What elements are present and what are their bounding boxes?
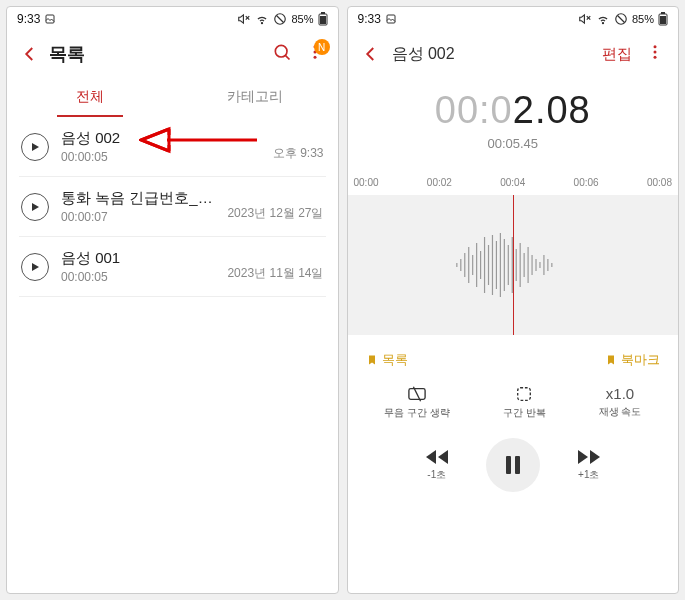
ruler-tick: 00:08 <box>647 177 672 188</box>
play-icon <box>30 142 40 152</box>
list-item[interactable]: 통화 녹음 긴급번호_231227_100723 00:00:07 2023년 … <box>19 177 326 237</box>
item-title: 음성 001 <box>61 249 215 268</box>
list-screen: 9:33 85% 목록 N 전체 카테고리 <box>6 6 339 594</box>
item-date: 2023년 11월 14일 <box>227 265 323 282</box>
tabs: 전체 카테고리 <box>7 77 338 117</box>
battery-icon <box>318 12 328 26</box>
rewind-label: -1초 <box>427 468 446 482</box>
svg-point-31 <box>654 51 657 54</box>
pause-button[interactable] <box>486 438 540 492</box>
bookmark-add-button[interactable]: 북마크 <box>605 351 660 369</box>
player-screen: 9:33 85% 음성 002 편집 00:02.08 00:05.45 00:… <box>347 6 680 594</box>
bookmark-list-button[interactable]: 목록 <box>366 351 408 369</box>
more-button[interactable]: N <box>306 43 324 65</box>
total-time: 00:05.45 <box>348 136 679 151</box>
forward-button[interactable]: +1초 <box>576 448 602 482</box>
item-date: 오후 9:33 <box>273 145 324 162</box>
status-time: 9:33 <box>17 12 40 26</box>
ruler-tick: 00:04 <box>500 177 525 188</box>
svg-marker-66 <box>590 450 600 464</box>
speed-value: x1.0 <box>606 385 634 402</box>
svg-marker-19 <box>32 203 39 211</box>
item-duration: 00:00:05 <box>61 270 215 284</box>
elapsed-time: 00:02.08 <box>348 89 679 132</box>
speed-button[interactable]: x1.0 재생 속도 <box>599 385 642 420</box>
svg-rect-8 <box>320 16 326 24</box>
svg-rect-63 <box>506 456 511 474</box>
svg-line-10 <box>285 55 289 59</box>
svg-point-30 <box>654 45 657 48</box>
repeat-button[interactable]: 구간 반복 <box>503 385 546 420</box>
forward-icon <box>576 448 602 466</box>
status-bar: 9:33 85% <box>348 7 679 31</box>
skip-silence-icon <box>406 385 428 403</box>
skip-silence-label: 무음 구간 생략 <box>384 406 450 420</box>
play-icon <box>30 262 40 272</box>
search-button[interactable] <box>272 42 292 66</box>
battery-pct: 85% <box>291 13 313 25</box>
wifi-icon <box>596 12 610 26</box>
rewind-button[interactable]: -1초 <box>424 448 450 482</box>
list-item[interactable]: 음성 002 00:00:05 오후 9:33 <box>19 117 326 177</box>
skip-silence-button[interactable]: 무음 구간 생략 <box>384 385 450 420</box>
forward-label: +1초 <box>578 468 599 482</box>
recording-list: 음성 002 00:00:05 오후 9:33 통화 녹음 긴급번호_23122… <box>7 117 338 297</box>
battery-pct: 85% <box>632 13 654 25</box>
svg-marker-62 <box>438 450 448 464</box>
svg-point-3 <box>262 23 263 24</box>
screenshot-icon <box>44 13 56 25</box>
play-icon <box>30 202 40 212</box>
ruler-tick: 00:00 <box>354 177 379 188</box>
svg-marker-61 <box>426 450 436 464</box>
time-ruler: 00:00 00:02 00:04 00:06 00:08 <box>348 177 679 193</box>
controls-row-2: -1초 +1초 <box>348 424 679 502</box>
svg-point-13 <box>313 56 316 59</box>
play-button[interactable] <box>21 253 49 281</box>
item-title: 통화 녹음 긴급번호_231227_100723 <box>61 189 215 208</box>
item-date: 2023년 12월 27일 <box>227 205 323 222</box>
back-button[interactable] <box>356 45 386 63</box>
play-button[interactable] <box>21 133 49 161</box>
svg-rect-28 <box>661 12 665 14</box>
bookmark-label: 북마크 <box>621 351 660 369</box>
wifi-icon <box>255 12 269 26</box>
status-time: 9:33 <box>358 12 381 26</box>
svg-rect-64 <box>515 456 520 474</box>
player-title: 음성 002 <box>392 44 455 65</box>
pause-icon <box>504 455 522 475</box>
mute-icon <box>237 12 251 26</box>
svg-rect-29 <box>660 16 666 24</box>
play-button[interactable] <box>21 193 49 221</box>
tab-category[interactable]: 카테고리 <box>172 77 337 117</box>
rewind-icon <box>424 448 450 466</box>
edit-button[interactable]: 편집 <box>602 45 632 64</box>
ruler-tick: 00:06 <box>574 177 599 188</box>
status-bar: 9:33 85% <box>7 7 338 31</box>
player-header: 음성 002 편집 <box>348 31 679 77</box>
repeat-label: 구간 반복 <box>503 406 546 420</box>
svg-rect-7 <box>321 12 325 14</box>
back-button[interactable] <box>15 45 45 63</box>
svg-line-26 <box>617 16 624 23</box>
list-item[interactable]: 음성 001 00:00:05 2023년 11월 14일 <box>19 237 326 297</box>
svg-rect-60 <box>518 388 531 401</box>
tab-all[interactable]: 전체 <box>7 77 172 117</box>
search-icon <box>272 42 292 62</box>
bookmark-icon <box>605 354 617 366</box>
svg-line-5 <box>277 16 284 23</box>
svg-marker-20 <box>32 263 39 271</box>
item-title: 음성 002 <box>61 129 261 148</box>
bookmark-row: 목록 북마크 <box>348 335 679 377</box>
svg-point-9 <box>275 45 287 57</box>
waveform[interactable] <box>348 195 679 335</box>
svg-marker-14 <box>32 143 39 151</box>
more-button[interactable] <box>646 43 664 65</box>
playhead[interactable] <box>513 195 514 335</box>
ruler-tick: 00:02 <box>427 177 452 188</box>
no-sim-icon <box>273 12 287 26</box>
item-duration: 00:00:05 <box>61 150 261 164</box>
elapsed-grey: 00:0 <box>435 89 513 131</box>
no-sim-icon <box>614 12 628 26</box>
screenshot-icon <box>385 13 397 25</box>
battery-icon <box>658 12 668 26</box>
